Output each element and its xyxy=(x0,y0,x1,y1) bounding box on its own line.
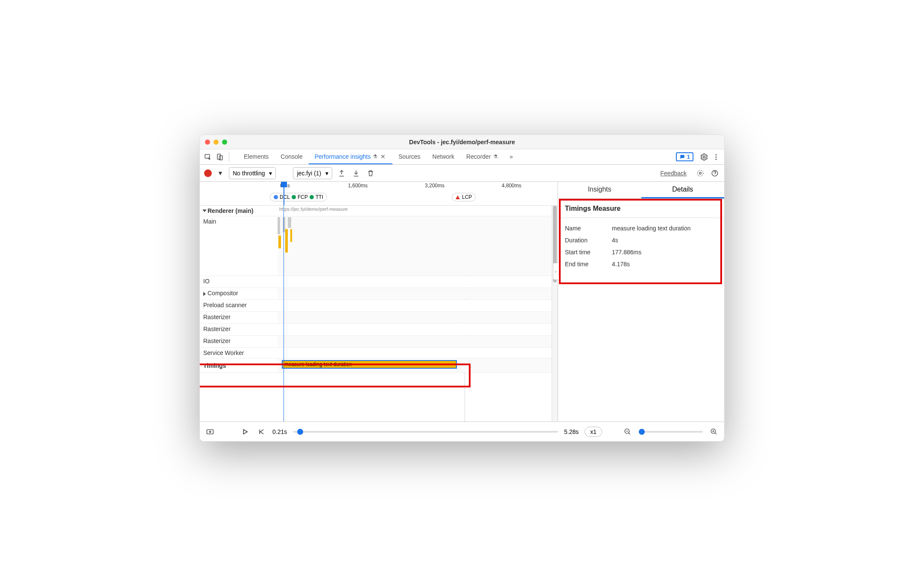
details-tabs: Insights Details xyxy=(558,182,724,199)
expand-icon[interactable] xyxy=(203,292,206,296)
play-button[interactable] xyxy=(240,427,250,437)
preview-icon[interactable] xyxy=(205,427,215,437)
panel-tabs: Elements Console Performance insights ⚗ … xyxy=(238,149,519,164)
track-name: Service Worker xyxy=(203,349,244,356)
time-end: 5.28s xyxy=(564,428,579,435)
playhead[interactable] xyxy=(284,182,284,205)
timeline-slider[interactable] xyxy=(293,431,558,433)
track-rasterizer[interactable]: Rasterizer xyxy=(200,336,558,348)
tab-details[interactable]: Details xyxy=(641,182,725,198)
tab-label: Details xyxy=(672,186,693,193)
detail-value: measure loading text duration xyxy=(612,225,690,232)
panel-settings-icon[interactable] xyxy=(695,169,705,177)
tab-elements[interactable]: Elements xyxy=(238,149,275,164)
export-icon[interactable] xyxy=(336,169,347,177)
zoom-out-icon[interactable] xyxy=(623,427,633,437)
track-name: Compositor xyxy=(208,290,238,297)
time-start: 0.21s xyxy=(272,428,287,435)
marker-label: FCP xyxy=(298,194,308,200)
tab-network[interactable]: Network xyxy=(427,149,460,164)
svg-point-3 xyxy=(703,156,705,158)
tab-label: Console xyxy=(281,153,302,160)
tab-sources[interactable]: Sources xyxy=(392,149,426,164)
track-rasterizer[interactable]: Rasterizer xyxy=(200,312,558,324)
track-rasterizer[interactable]: Rasterizer xyxy=(200,324,558,336)
settings-icon[interactable] xyxy=(699,151,710,163)
more-menu-icon[interactable] xyxy=(711,151,722,163)
track-name: Preload scanner xyxy=(203,302,247,308)
record-options-dropdown[interactable]: ▾ xyxy=(216,169,225,177)
record-button[interactable] xyxy=(204,169,212,177)
page-select[interactable]: jec.fyi (1)▾ xyxy=(293,167,332,179)
timeline-panel: 0ms 1,600ms 3,200ms 4,800ms DCL FCP TTI … xyxy=(200,182,558,422)
track-main[interactable]: Main xyxy=(200,216,558,276)
detail-row-name: Namemeasure loading text duration xyxy=(565,222,717,234)
feedback-link[interactable]: Feedback xyxy=(661,170,687,177)
flask-icon: ⚗ xyxy=(373,154,377,160)
more-tabs-button[interactable]: » xyxy=(504,149,519,164)
tab-console[interactable]: Console xyxy=(275,149,308,164)
time-ruler[interactable]: 0ms 1,600ms 3,200ms 4,800ms DCL FCP TTI … xyxy=(200,182,558,206)
tab-insights[interactable]: Insights xyxy=(558,182,641,198)
track-preload-scanner[interactable]: Preload scanner xyxy=(200,300,558,312)
task-bar[interactable] xyxy=(290,229,292,242)
device-toolbar-icon[interactable] xyxy=(214,151,225,163)
track-service-worker[interactable]: Service Worker xyxy=(200,348,558,358)
track-name: Main xyxy=(203,218,216,225)
tab-performance-insights[interactable]: Performance insights ⚗ ✕ xyxy=(309,149,393,164)
playhead-line xyxy=(284,206,284,422)
marker-label: DCL xyxy=(280,194,290,200)
detail-row-duration: Duration4s xyxy=(565,234,717,246)
speed-toggle[interactable]: x1 xyxy=(585,427,602,437)
detail-value: 4.178s xyxy=(612,261,630,268)
chevron-down-icon: ▾ xyxy=(269,170,272,177)
import-icon[interactable] xyxy=(351,169,361,177)
zoom-in-icon[interactable] xyxy=(709,427,719,437)
lcp-marker[interactable]: LCP xyxy=(452,193,476,201)
delete-icon[interactable] xyxy=(366,169,376,177)
tab-label: Performance insights xyxy=(315,153,371,160)
svg-point-8 xyxy=(697,170,703,176)
close-tab-icon[interactable]: ✕ xyxy=(380,153,386,160)
playhead-handle-icon[interactable] xyxy=(281,182,287,187)
track-timings[interactable]: Timings measure loading text duration xyxy=(200,358,558,373)
marker-label: TTI xyxy=(316,194,323,200)
throttling-select[interactable]: No throttling▾ xyxy=(229,167,276,179)
main-body: 0ms 1,600ms 3,200ms 4,800ms DCL FCP TTI … xyxy=(200,182,724,422)
perf-toolbar: ▾ No throttling▾ jec.fyi (1)▾ Feedback xyxy=(200,165,724,182)
details-content: Timings Measure Namemeasure loading text… xyxy=(558,199,724,276)
tab-recorder[interactable]: Recorder ⚗ xyxy=(460,149,504,164)
ruler-tick: 4,800ms xyxy=(502,183,521,189)
detail-value: 177.886ms xyxy=(612,249,641,256)
detail-value: 4s xyxy=(612,237,618,244)
svg-point-6 xyxy=(716,158,717,160)
svg-point-11 xyxy=(209,431,211,432)
inspect-element-icon[interactable] xyxy=(202,151,213,163)
throttling-value: No throttling xyxy=(233,170,265,177)
vertical-scrollbar[interactable] xyxy=(552,206,558,422)
fcp-marker-icon xyxy=(292,195,296,199)
help-icon[interactable] xyxy=(710,169,720,177)
task-bar[interactable] xyxy=(285,229,288,253)
collapse-icon[interactable] xyxy=(202,209,207,212)
slider-thumb[interactable] xyxy=(639,429,645,435)
timings-bar-label: measure loading text duration xyxy=(284,361,352,367)
collapse-panel-button[interactable]: › xyxy=(553,263,558,280)
track-io[interactable]: IO xyxy=(200,276,558,288)
renderer-header-row[interactable]: Renderer (main) https://jec.fyi/demo/per… xyxy=(200,206,558,216)
task-bar[interactable] xyxy=(278,236,281,248)
track-compositor[interactable]: Compositor xyxy=(200,288,558,300)
timings-measure-bar[interactable]: measure loading text duration xyxy=(282,360,457,369)
zoom-slider[interactable] xyxy=(639,431,703,433)
slider-thumb[interactable] xyxy=(297,429,303,435)
detail-key: Start time xyxy=(565,249,612,256)
issues-badge[interactable]: 1 xyxy=(676,152,693,161)
tracks-area[interactable]: Renderer (main) https://jec.fyi/demo/per… xyxy=(200,206,558,422)
ruler-tick: 3,200ms xyxy=(425,183,444,189)
issues-count: 1 xyxy=(687,154,690,160)
task-bar[interactable] xyxy=(288,217,291,228)
task-bar[interactable] xyxy=(278,217,280,234)
track-name: Rasterizer xyxy=(203,314,231,320)
timing-markers[interactable]: DCL FCP TTI xyxy=(270,193,327,201)
skip-start-button[interactable] xyxy=(256,427,266,437)
